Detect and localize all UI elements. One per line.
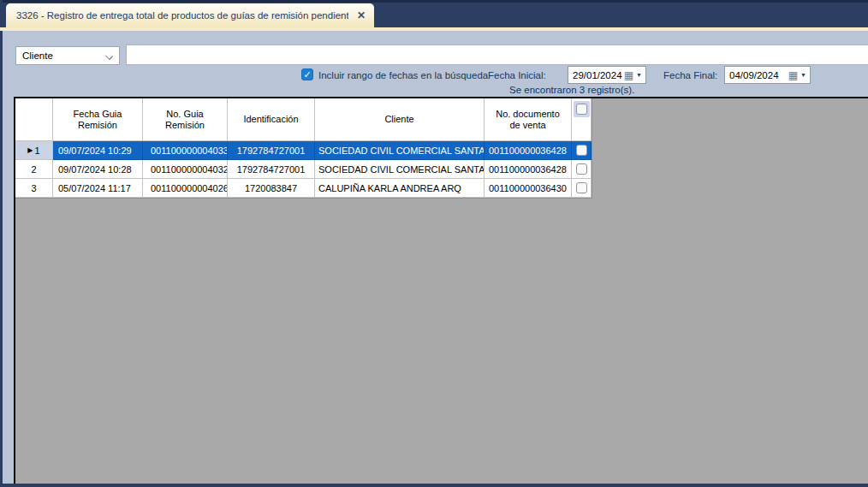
calendar-icon: ▦ bbox=[788, 70, 798, 80]
bottom-border bbox=[0, 484, 868, 487]
calendar-icon: ▦ bbox=[624, 70, 633, 80]
table-row[interactable]: 209/07/2024 10:2800110000000403217927847… bbox=[15, 160, 592, 179]
row-pointer-icon: ▶ bbox=[27, 146, 33, 154]
row-select-checkbox[interactable] bbox=[576, 145, 587, 156]
fecha-inicial-label: Fecha Inicial: bbox=[488, 70, 546, 80]
chevron-down-icon bbox=[106, 52, 113, 59]
cell-cliente[interactable]: SOCIEDAD CIVIL COMERCIAL SANTA... bbox=[315, 160, 485, 179]
cell-no-documento-venta[interactable]: 001100000036428 bbox=[485, 160, 572, 179]
row-number-cell[interactable]: 2 bbox=[15, 160, 53, 179]
header-identificacion[interactable]: Identificación bbox=[228, 98, 315, 141]
row-number-cell[interactable]: ▶1 bbox=[15, 141, 53, 160]
tab-registro-entrega[interactable]: 3326 - Registro de entrega total de prod… bbox=[6, 3, 374, 27]
filter-field-dropdown[interactable]: Cliente bbox=[15, 46, 120, 65]
cell-no-guia-remision[interactable]: 001100000004033 bbox=[143, 141, 228, 160]
fecha-final-value: 04/09/2024 bbox=[729, 70, 788, 80]
row-select-cell bbox=[572, 141, 592, 160]
data-grid: Fecha Guia Remisión No. Guia Remisión Id… bbox=[15, 98, 592, 199]
cell-no-documento-venta[interactable]: 001100000036428 bbox=[485, 141, 572, 160]
app-window: 3326 - Registro de entrega total de prod… bbox=[0, 0, 868, 487]
cell-fecha-guia-remision[interactable]: 09/07/2024 10:28 bbox=[53, 160, 143, 179]
row-select-checkbox[interactable] bbox=[576, 163, 587, 175]
table-row[interactable]: 305/07/2024 11:1700110000000402617200838… bbox=[15, 179, 592, 198]
grid-header-row: Fecha Guia Remisión No. Guia Remisión Id… bbox=[15, 98, 592, 141]
header-row-number bbox=[15, 98, 53, 141]
cell-fecha-guia-remision[interactable]: 09/07/2024 10:29 bbox=[53, 141, 143, 160]
tab-strip-underline bbox=[0, 27, 868, 31]
tab-title: 3326 - Registro de entrega total de prod… bbox=[16, 10, 348, 21]
cell-fecha-guia-remision[interactable]: 05/07/2024 11:17 bbox=[53, 179, 143, 198]
row-select-cell bbox=[572, 160, 592, 179]
table-body: ▶109/07/2024 10:290011000000040331792784… bbox=[15, 141, 592, 198]
filter-field-value: Cliente bbox=[22, 50, 106, 61]
include-dates-label: Incluir rango de fechas en la búsqueda bbox=[318, 70, 488, 80]
row-number-cell[interactable]: 3 bbox=[15, 179, 53, 198]
close-icon[interactable]: ✕ bbox=[357, 9, 366, 21]
cell-no-guia-remision[interactable]: 001100000004032 bbox=[143, 160, 228, 179]
cell-identificacion[interactable]: 1792784727001 bbox=[228, 141, 315, 160]
grid-panel: Fecha Guia Remisión No. Guia Remisión Id… bbox=[14, 97, 868, 484]
include-dates-checkbox[interactable]: ✓ bbox=[301, 68, 313, 80]
header-select-all bbox=[572, 98, 592, 141]
header-no-documento-venta[interactable]: No. documento de venta bbox=[485, 98, 572, 141]
header-fecha-guia-remision[interactable]: Fecha Guia Remisión bbox=[53, 98, 143, 141]
table-row[interactable]: ▶109/07/2024 10:290011000000040331792784… bbox=[15, 141, 592, 160]
search-input[interactable] bbox=[126, 45, 868, 65]
dropdown-arrow-icon[interactable]: ▼ bbox=[636, 72, 642, 78]
fecha-inicial-value: 29/01/2024 bbox=[573, 70, 624, 80]
results-count-text: Se encontraron 3 registro(s). bbox=[509, 85, 634, 95]
fecha-inicial-picker[interactable]: 29/01/2024 ▦ ▼ bbox=[568, 66, 646, 84]
fecha-final-picker[interactable]: 04/09/2024 ▦ ▼ bbox=[724, 66, 811, 84]
cell-cliente[interactable]: CALUPIÑA KARLA ANDREA ARQ bbox=[315, 179, 485, 198]
dropdown-arrow-icon[interactable]: ▼ bbox=[800, 72, 806, 78]
cell-cliente[interactable]: SOCIEDAD CIVIL COMERCIAL SANTA... bbox=[315, 141, 485, 160]
cell-identificacion[interactable]: 1720083847 bbox=[228, 179, 315, 198]
fecha-final-label: Fecha Final: bbox=[663, 70, 717, 80]
cell-no-documento-venta[interactable]: 001100000036430 bbox=[485, 179, 572, 198]
cell-no-guia-remision[interactable]: 001100000004026 bbox=[143, 179, 228, 198]
cell-identificacion[interactable]: 1792784727001 bbox=[228, 160, 315, 179]
header-no-guia-remision[interactable]: No. Guia Remisión bbox=[143, 98, 228, 141]
row-select-cell bbox=[572, 179, 592, 198]
header-cliente[interactable]: Cliente bbox=[315, 98, 485, 141]
left-border bbox=[0, 0, 3, 487]
row-select-checkbox[interactable] bbox=[576, 182, 587, 193]
select-all-checkbox[interactable] bbox=[576, 104, 587, 115]
